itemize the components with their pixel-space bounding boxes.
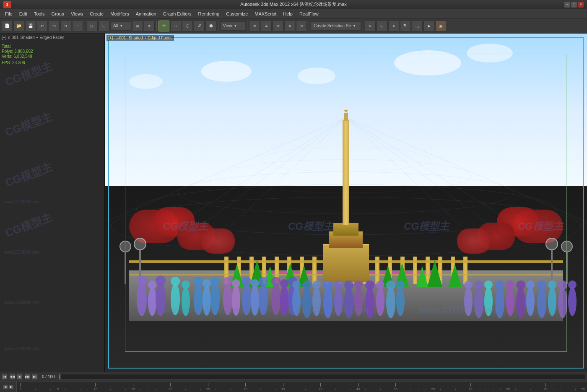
red-foliage-8 — [457, 228, 491, 254]
redo-button[interactable]: ↪ — [49, 21, 60, 31]
svg-point-35 — [251, 286, 259, 316]
ruler-mark-59 — [460, 389, 467, 391]
scale-button[interactable]: ⬢ — [205, 21, 216, 31]
render-setup-button[interactable]: ⬚ — [412, 21, 423, 31]
scene-xplorer-button[interactable]: 🔍 — [400, 21, 411, 31]
maximize-button[interactable]: □ — [571, 2, 577, 8]
ruler-mark-9 — [84, 389, 92, 391]
viewport[interactable]: ★ — [105, 34, 587, 372]
menu-animation[interactable]: Animation — [132, 10, 160, 18]
menu-views[interactable]: Views — [68, 10, 86, 18]
menu-edit[interactable]: Edit — [16, 10, 31, 18]
new-button[interactable]: 📄 — [2, 21, 13, 31]
svg-point-73 — [495, 287, 504, 318]
select-region-button[interactable]: ⊡ — [99, 21, 109, 31]
select-all-button[interactable]: ⊞ — [132, 21, 143, 31]
website-2: www.CGMXW.com — [4, 250, 39, 254]
undo-button[interactable]: ↩ — [37, 21, 48, 31]
ruler-mark-34 — [272, 389, 279, 391]
left-panel: [+] c-001 Shaded + Edged Faces CG模型主 CG模… — [0, 34, 105, 372]
people-left — [129, 257, 305, 325]
play-forward-button[interactable]: ▶▶ — [24, 374, 30, 380]
prev-frame-button[interactable]: |◀ — [2, 374, 8, 380]
ruler-next-button[interactable]: ▶ — [9, 384, 14, 389]
menu-help[interactable]: Help — [280, 10, 296, 18]
rotate-button[interactable]: ↺ — [194, 21, 205, 31]
ruler-prev-button[interactable]: ◀ — [3, 384, 8, 389]
menu-tools[interactable]: Tools — [31, 10, 48, 18]
svg-point-34 — [242, 277, 251, 286]
fetch-button[interactable]: F — [72, 21, 83, 31]
ruler-mark-24 — [197, 389, 204, 391]
spinner-snap-button[interactable]: ⊗ — [284, 21, 295, 31]
ruler-mark-60: 60 — [467, 383, 474, 391]
lasso-select-button[interactable]: ⬡ — [182, 21, 193, 31]
select-move-button[interactable]: ✛ — [158, 21, 169, 31]
filter-dropdown[interactable]: All ▼ — [110, 21, 131, 31]
ruler-mark-70: 70 — [542, 383, 549, 391]
menu-modifiers[interactable]: Modifiers — [107, 10, 132, 18]
timeline-track[interactable] — [59, 374, 585, 380]
ruler-mark-1 — [24, 389, 32, 391]
svg-point-66 — [396, 280, 405, 289]
ruler-mark-43 — [339, 389, 347, 391]
svg-point-30 — [223, 277, 232, 286]
align-button[interactable]: ⊟ — [377, 21, 387, 31]
sep3 — [218, 21, 218, 31]
menu-create[interactable]: Create — [86, 10, 107, 18]
svg-point-16 — [148, 280, 156, 289]
menu-group[interactable]: Group — [48, 10, 68, 18]
svg-point-67 — [464, 287, 473, 316]
rectangle-select-button[interactable]: ◻ — [170, 21, 181, 31]
minimize-button[interactable]: ─ — [564, 2, 570, 8]
people-right — [460, 262, 577, 325]
layer-manager-button[interactable]: ≡ — [388, 21, 399, 31]
create-sel-dropdown[interactable]: Create Selection Se ▼ — [311, 21, 361, 31]
svg-point-79 — [526, 287, 535, 316]
snaps-toggle-button[interactable]: ⊕ — [249, 21, 260, 31]
ruler-mark-32 — [257, 389, 265, 391]
play-back-button[interactable]: ◀◀ — [9, 374, 15, 380]
save-button[interactable]: 💾 — [25, 21, 36, 31]
view-dropdown[interactable]: View ▼ — [220, 21, 245, 31]
next-frame-button[interactable]: ▶| — [32, 374, 38, 380]
angle-snap-button[interactable]: ∠ — [261, 21, 272, 31]
open-button[interactable]: 📂 — [13, 21, 24, 31]
named-sel-button[interactable]: ◈ — [144, 21, 155, 31]
menu-rendering[interactable]: Rendering — [195, 10, 223, 18]
ruler-mark-62 — [482, 389, 489, 391]
hold-button[interactable]: H — [60, 21, 71, 31]
close-button[interactable]: ✕ — [578, 2, 584, 8]
mirror-button[interactable]: ⇔ — [365, 21, 376, 31]
ruler-mark-16 — [137, 389, 144, 391]
verts-stat: Verts: 6,832,549 — [2, 54, 103, 59]
polys-stat: Polys: 3,888,682 — [2, 49, 103, 54]
ruler-mark-50: 50 — [392, 383, 400, 391]
ruler-mark-61 — [474, 389, 482, 391]
menu-graph-editors[interactable]: Graph Editors — [160, 10, 195, 18]
svg-point-85 — [558, 287, 567, 318]
edit-snap-button[interactable]: ⊙ — [296, 21, 307, 31]
red-foliage-4 — [201, 228, 235, 254]
ruler-mark-63 — [489, 389, 497, 391]
ruler-mark-51 — [399, 389, 407, 391]
select-button[interactable]: ▷ — [87, 21, 98, 31]
svg-point-57 — [354, 287, 363, 316]
ruler-bar: ◀ ▶ 0 5 10 15 20 — [0, 381, 587, 392]
menu-customize[interactable]: Customize — [223, 10, 251, 18]
svg-point-42 — [280, 279, 288, 288]
cloud-1 — [201, 61, 252, 82]
cloud-4 — [467, 44, 513, 62]
svg-point-52 — [323, 280, 332, 290]
scene-canvas: ★ — [105, 34, 587, 372]
stop-button[interactable]: ■ — [17, 374, 23, 380]
menu-maxscript[interactable]: MAXScript — [251, 10, 280, 18]
menu-realflow[interactable]: RealFlow — [296, 10, 322, 18]
svg-point-88 — [568, 280, 577, 289]
menu-file[interactable]: File — [2, 10, 16, 18]
timeline-cursor — [60, 374, 60, 379]
svg-point-18 — [156, 275, 166, 286]
render-frame-button[interactable]: ▶ — [423, 21, 434, 31]
percent-snap-button[interactable]: % — [273, 21, 283, 31]
render-button[interactable]: ▣ — [435, 21, 446, 31]
